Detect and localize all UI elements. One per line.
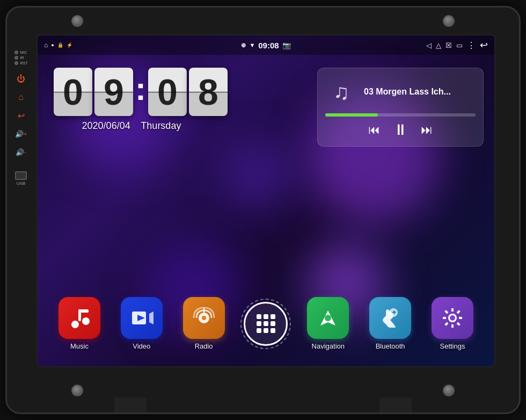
status-bar: ⌂ ● 🔒 ⚡ ⊕ ▼ 09:08 📷 ◁ △ ☒ ▭ ⋮ ↩ <box>38 35 494 55</box>
volume-down-button[interactable]: 🔊- <box>13 144 28 160</box>
radio-svg <box>192 306 216 330</box>
status-left-icons: ⌂ ● 🔒 ⚡ <box>44 41 238 49</box>
launcher-icon-container <box>244 302 288 346</box>
music-note-icon: ♫ <box>325 76 357 108</box>
screw-tl <box>71 15 83 27</box>
side-controls: MIC IR RST ⏻ ⌂ ↩ 🔊+ 🔊- USB <box>13 50 28 186</box>
svg-point-10 <box>325 315 331 321</box>
svg-rect-3 <box>78 309 89 313</box>
status-center: ⊕ ▼ 09:08 📷 <box>241 41 290 50</box>
app-launcher[interactable] <box>239 302 293 346</box>
wifi-icon: ▼ <box>249 42 255 48</box>
ir-label: IR <box>20 56 24 60</box>
hour-ones-value: 9 <box>104 71 124 113</box>
bluetooth-app-label: Bluetooth <box>376 342 405 350</box>
screw-bl <box>71 385 83 396</box>
camera-status-icon: 📷 <box>282 41 291 49</box>
music-controls: ⏮ ⏸ ⏭ <box>325 121 476 139</box>
status-time: 09:08 <box>258 41 279 50</box>
app-settings[interactable]: Settings <box>426 297 479 350</box>
lock-icon: 🔒 <box>57 42 63 48</box>
mic-led <box>14 50 18 54</box>
svg-text:✦: ✦ <box>391 309 397 316</box>
back-button[interactable]: ↩ <box>13 108 28 123</box>
play-pause-button[interactable]: ⏸ <box>393 121 408 139</box>
svg-point-1 <box>82 317 90 325</box>
triangle-icon: △ <box>436 41 441 49</box>
svg-marker-5 <box>149 312 154 324</box>
video-app-icon <box>121 297 163 339</box>
settings-app-label: Settings <box>440 342 465 350</box>
main-screen: ⌂ ● 🔒 ⚡ ⊕ ▼ 09:08 📷 ◁ △ ☒ ▭ ⋮ ↩ <box>36 34 495 367</box>
home-button[interactable]: ⌂ <box>13 90 28 105</box>
settings-app-icon <box>432 297 473 339</box>
music-app-label: Music <box>70 342 89 350</box>
launcher-outer-dashed <box>240 299 291 349</box>
settings-svg <box>441 306 464 330</box>
usb-label: USB <box>17 181 25 186</box>
x-box-icon: ☒ <box>445 41 452 49</box>
radio-app-icon <box>183 297 225 339</box>
radio-app-label: Radio <box>195 342 213 350</box>
music-info: 03 Morgen Lass Ich... <box>364 87 451 97</box>
music-header: ♫ 03 Morgen Lass Ich... <box>325 76 476 108</box>
app-bluetooth[interactable]: ✦ Bluetooth <box>363 297 417 350</box>
square-icon: ▭ <box>456 41 463 49</box>
power-button[interactable]: ⏻ <box>13 71 28 86</box>
minutes-display: 0 8 <box>148 68 228 116</box>
minute-tens-value: 0 <box>157 71 178 113</box>
bracket-left <box>114 397 147 412</box>
volume-status-icon: ◁ <box>426 41 432 49</box>
svg-point-8 <box>202 316 206 320</box>
music-progress-bar[interactable] <box>325 113 476 117</box>
svg-point-14 <box>450 315 455 321</box>
minute-tens: 0 <box>148 68 187 116</box>
music-title: 03 Morgen Lass Ich... <box>364 87 451 97</box>
clock-date: 2020/06/04 Thursday <box>59 120 204 132</box>
mic-label: MIC <box>20 50 27 54</box>
minute-ones: 8 <box>189 68 228 116</box>
music-svg <box>68 306 91 330</box>
app-video[interactable]: Video <box>115 297 169 350</box>
hour-tens: 0 <box>54 68 92 116</box>
more-icon[interactable]: ⋮ <box>467 40 476 50</box>
navigation-app-label: Navigation <box>312 342 345 350</box>
location-icon: ⊕ <box>241 42 246 49</box>
home-status-icon: ⌂ <box>44 41 48 49</box>
status-right-icons: ◁ △ ☒ ▭ ⋮ ↩ <box>294 39 488 51</box>
app-music[interactable]: Music <box>53 297 106 350</box>
music-progress-fill <box>325 113 378 117</box>
bracket-right <box>379 397 412 412</box>
rst-label: RST <box>20 61 28 65</box>
bg-bokeh-5 <box>225 143 290 207</box>
nav-back-icon[interactable]: ↩ <box>480 39 488 51</box>
svg-point-0 <box>71 321 79 328</box>
bluetooth-app-icon: ✦ <box>369 297 411 339</box>
volume-up-button[interactable]: 🔊+ <box>13 126 28 141</box>
clock-widget: 0 9 : 0 8 <box>54 68 204 132</box>
bt-svg: ✦ <box>378 306 402 330</box>
minute-ones-value: 8 <box>198 71 218 113</box>
shield-icon: ● <box>51 42 54 48</box>
next-track-button[interactable]: ⏭ <box>421 123 433 137</box>
navigation-app-icon <box>307 297 349 339</box>
usb-status-icon: ⚡ <box>67 42 72 48</box>
screw-br <box>443 385 455 396</box>
app-grid: Music Video <box>48 297 484 350</box>
ir-led <box>14 56 18 60</box>
prev-track-button[interactable]: ⏮ <box>368 123 380 137</box>
hour-ones: 9 <box>94 68 133 116</box>
hour-tens-value: 0 <box>63 71 83 113</box>
video-svg <box>130 306 154 330</box>
usb-port <box>15 171 27 180</box>
car-unit: MIC IR RST ⏻ ⌂ ↩ 🔊+ 🔊- USB <box>5 6 521 414</box>
music-widget: ♫ 03 Morgen Lass Ich... ⏮ ⏸ ⏭ <box>317 68 484 147</box>
day-value: Thursday <box>141 120 181 131</box>
video-app-label: Video <box>133 342 150 350</box>
hours-display: 0 9 <box>54 68 133 116</box>
nav-svg <box>316 306 340 330</box>
screw-tr <box>443 15 455 27</box>
clock-colon: : <box>135 73 146 105</box>
app-navigation[interactable]: Navigation <box>301 297 355 350</box>
app-radio[interactable]: Radio <box>177 297 231 350</box>
